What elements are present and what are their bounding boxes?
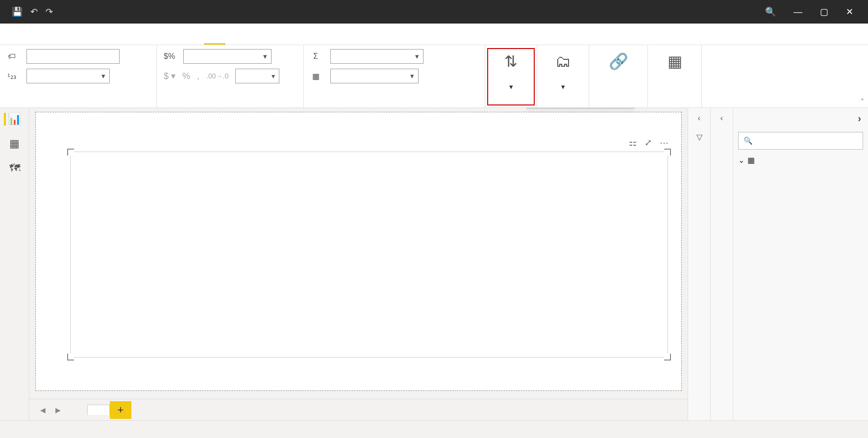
format-select[interactable]: [183, 49, 272, 64]
table-node[interactable]: ⌄ ▦: [733, 153, 868, 168]
relationships-group-label: [596, 105, 641, 107]
tab-table-tools[interactable]: [182, 24, 204, 45]
chart-plot: [71, 160, 668, 336]
groups-icon: 🗂: [555, 51, 571, 72]
chart-title: [71, 152, 668, 160]
tab-file[interactable]: [10, 24, 31, 45]
page-tab-1[interactable]: [66, 405, 87, 415]
percent-icon: %: [182, 71, 190, 81]
tab-format[interactable]: [139, 24, 161, 45]
visual-filter-icon[interactable]: ⚏: [629, 137, 638, 148]
calculations-group-label: [655, 105, 694, 107]
search-icon: 🔍: [744, 136, 753, 145]
report-canvas[interactable]: ⚏ ⤢ ⋯: [35, 112, 682, 391]
sigma-icon: Σ: [311, 52, 321, 61]
filters-pane-collapsed[interactable]: ‹ ▽: [688, 108, 710, 420]
datatype-select[interactable]: [26, 69, 110, 83]
relationships-icon: 🔗: [609, 51, 628, 72]
datacategory-select[interactable]: [330, 69, 419, 83]
search-icon[interactable]: 🔍: [765, 6, 776, 17]
properties-group-label: [311, 105, 478, 107]
visualizations-pane-collapsed[interactable]: ‹: [710, 108, 733, 420]
tab-insert[interactable]: [53, 24, 74, 45]
visual-focus-icon[interactable]: ⤢: [645, 137, 653, 148]
tab-help[interactable]: [118, 24, 139, 45]
structure-group-label: [7, 105, 149, 107]
minimize-icon[interactable]: —: [794, 7, 802, 17]
view-switcher: 📊 ▦ 🗺: [0, 108, 29, 420]
add-page-button[interactable]: +: [110, 401, 131, 419]
tab-data-drill[interactable]: [161, 24, 182, 45]
page-prev-icon[interactable]: ◀: [35, 406, 50, 414]
sort-group-label: [487, 105, 535, 107]
resize-handle[interactable]: [664, 354, 671, 361]
table-icon: ▦: [747, 155, 755, 165]
format-icon: $%: [164, 52, 174, 61]
tab-column-tools[interactable]: [204, 24, 225, 45]
tab-home[interactable]: [31, 24, 53, 45]
data-view-icon[interactable]: ▦: [9, 137, 20, 150]
maximize-icon[interactable]: ▢: [820, 6, 828, 17]
datatype-icon: ¹₂₃: [7, 72, 17, 81]
groups-group-label: [544, 105, 582, 107]
titlebar: 💾 ↶ ↷ 🔍 — ▢ ✕: [0, 0, 868, 24]
name-input[interactable]: [26, 49, 120, 64]
fields-search[interactable]: 🔍: [738, 132, 863, 150]
tab-modeling[interactable]: [74, 24, 96, 45]
fields-pane: › 🔍 ⌄ ▦: [733, 108, 868, 420]
currency-icon: $ ▾: [164, 71, 175, 81]
tag-icon: 🏷: [7, 52, 17, 61]
filters-icon: ▽: [696, 132, 702, 142]
line-chart-visual[interactable]: ⚏ ⤢ ⋯: [70, 152, 668, 358]
summarization-select[interactable]: [330, 49, 423, 64]
visual-more-icon[interactable]: ⋯: [660, 137, 670, 148]
new-column-button[interactable]: ▦: [655, 49, 694, 105]
save-icon[interactable]: 💾: [12, 6, 23, 17]
new-column-icon: ▦: [668, 51, 682, 72]
undo-icon[interactable]: ↶: [30, 6, 38, 17]
expand-icon: ⌄: [738, 155, 744, 165]
page-next-icon[interactable]: ▶: [50, 406, 66, 414]
collapse-ribbon-icon[interactable]: ˄: [861, 98, 864, 105]
chevron-right-icon[interactable]: ›: [858, 113, 861, 124]
page-tabs: ◀ ▶ +: [29, 399, 688, 420]
data-groups-button[interactable]: 🗂 ▾: [544, 49, 582, 105]
chevron-left-icon: ‹: [698, 114, 700, 123]
sort-by-column-button[interactable]: ⇅ ▾: [487, 48, 535, 105]
close-icon[interactable]: ✕: [846, 6, 853, 17]
resize-handle[interactable]: [67, 354, 74, 361]
resize-handle[interactable]: [67, 149, 74, 155]
report-view-icon[interactable]: 📊: [4, 113, 21, 126]
fields-search-input[interactable]: [757, 136, 858, 145]
status-bar: [0, 420, 868, 438]
sort-by-column-menu: [526, 108, 634, 109]
chevron-left-icon: ‹: [720, 114, 723, 123]
redo-icon[interactable]: ↷: [46, 6, 53, 17]
comma-icon: ,: [197, 71, 199, 81]
model-view-icon[interactable]: 🗺: [9, 162, 20, 175]
resize-handle[interactable]: [664, 149, 671, 155]
formatting-group-label: [164, 105, 297, 107]
ribbon-tabs: [0, 24, 868, 45]
decimals-input: [235, 69, 279, 83]
decimal-icon: .00→.0: [206, 72, 228, 80]
sort-icon: ⇅: [504, 51, 518, 72]
ribbon: 🏷 ¹₂₃ $% $ ▾ % , .00→.0: [0, 45, 868, 108]
category-icon: ▦: [311, 72, 321, 81]
manage-relationships-button[interactable]: 🔗: [596, 49, 641, 105]
page-tab-2[interactable]: [87, 405, 110, 415]
tab-view[interactable]: [96, 24, 118, 45]
